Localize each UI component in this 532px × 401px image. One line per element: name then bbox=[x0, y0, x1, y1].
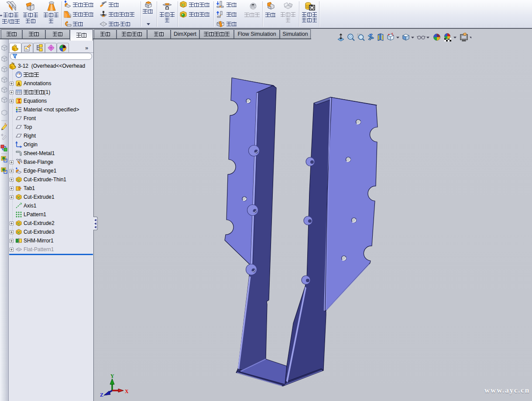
svg-text:A: A bbox=[17, 81, 21, 86]
svg-text:Y: Y bbox=[110, 373, 114, 379]
svg-text:X: X bbox=[125, 388, 128, 394]
svg-text:Z: Z bbox=[100, 392, 103, 398]
